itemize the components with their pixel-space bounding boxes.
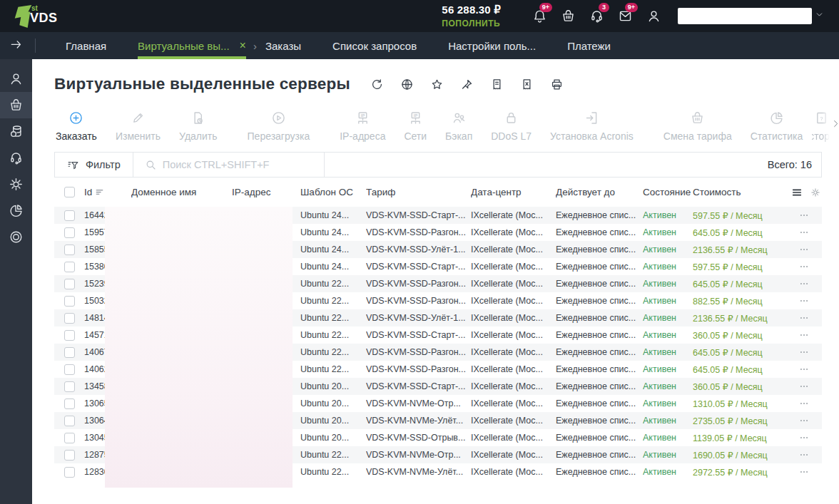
row-checkbox[interactable]: [64, 262, 75, 272]
row-menu-button[interactable]: [797, 347, 811, 357]
toolbar-order-button[interactable]: Заказать: [46, 110, 106, 142]
toolbar-button-label: Изменить: [116, 130, 161, 142]
search-input[interactable]: [163, 159, 312, 170]
toolbar-statistics-button[interactable]: Статистика: [741, 110, 813, 142]
toolbar-networks-button[interactable]: IPСети: [395, 110, 436, 142]
column-header-state[interactable]: Состояние: [643, 187, 693, 197]
support-button[interactable]: 3: [582, 6, 611, 27]
sidebar-item-statistics[interactable]: [0, 197, 32, 224]
row-checkbox[interactable]: [64, 364, 75, 375]
tab-requests[interactable]: Список запросов: [332, 32, 417, 59]
sidebar-item-settings[interactable]: [0, 171, 32, 197]
messages-button[interactable]: 9+: [611, 6, 639, 27]
row-checkbox[interactable]: [64, 245, 75, 255]
row-checkbox[interactable]: [64, 467, 75, 478]
row-menu-button[interactable]: [797, 296, 811, 306]
sidebar-item-support[interactable]: [0, 145, 32, 171]
username-redacted[interactable]: [678, 8, 812, 24]
table-menu-icon[interactable]: [791, 187, 803, 198]
excel-export-icon: [520, 78, 534, 91]
table-settings-icon[interactable]: [810, 187, 820, 197]
toolbar-ddos-l7-button[interactable]: DDoS L7: [482, 110, 541, 142]
cell-valid-until: Ежедневное спис...: [556, 416, 643, 426]
row-menu-button[interactable]: [797, 279, 811, 289]
row-checkbox[interactable]: [64, 313, 75, 324]
row-menu-button[interactable]: [797, 313, 811, 323]
row-menu-button[interactable]: [797, 245, 811, 254]
row-checkbox[interactable]: [64, 227, 75, 238]
row-menu-button[interactable]: [797, 433, 811, 443]
toolbar-backup-button[interactable]: Бэкап: [436, 110, 482, 142]
row-checkbox[interactable]: [64, 330, 75, 341]
firstvds-logo[interactable]: st VDS: [10, 1, 66, 31]
refresh-button[interactable]: [370, 78, 384, 91]
row-checkbox[interactable]: [64, 296, 75, 307]
row-menu-button[interactable]: [797, 450, 811, 460]
column-header-cost[interactable]: Стоимость: [693, 187, 785, 197]
gear-icon: [9, 177, 24, 192]
tab-home[interactable]: Главная: [66, 32, 106, 59]
tab-label: Главная: [66, 40, 106, 52]
column-header-ip[interactable]: IP-адрес: [232, 187, 300, 197]
row-menu-button[interactable]: [797, 210, 811, 220]
basket-icon: [561, 9, 576, 24]
row-menu-button[interactable]: [797, 398, 811, 408]
row-menu-button[interactable]: [797, 364, 811, 374]
sidebar-item-orders[interactable]: [0, 92, 32, 118]
tab-user-settings[interactable]: Настройки поль...: [448, 32, 536, 59]
toolbar-change-tariff-button[interactable]: Смена тарифа: [654, 110, 741, 142]
row-menu-button[interactable]: [797, 381, 811, 391]
table-header: IdДоменное имяIP-адресШаблон ОСТарифДата…: [54, 178, 822, 207]
tab-virtual-servers[interactable]: Виртуальные вы...×: [138, 32, 246, 59]
select-all-checkbox[interactable]: [64, 187, 75, 197]
filter-button[interactable]: Фильтр: [55, 159, 133, 171]
row-checkbox[interactable]: [64, 210, 75, 221]
tab-nav-arrow-button[interactable]: [9, 37, 26, 54]
sort-icon[interactable]: [95, 187, 104, 197]
row-checkbox[interactable]: [64, 347, 75, 358]
star-button[interactable]: [430, 78, 444, 91]
column-header-id[interactable]: Id: [84, 187, 131, 197]
toolbar-edit-button[interactable]: Изменить: [106, 110, 170, 142]
profile-button[interactable]: [639, 6, 668, 27]
row-checkbox[interactable]: [64, 433, 75, 443]
row-checkbox[interactable]: [64, 450, 75, 461]
globe-button[interactable]: [400, 78, 414, 91]
row-menu-button[interactable]: [797, 330, 811, 340]
account-menu-button[interactable]: [815, 9, 829, 24]
column-header-tariff[interactable]: Тариф: [366, 187, 471, 197]
row-checkbox[interactable]: [64, 381, 75, 392]
printer-button[interactable]: [550, 78, 564, 91]
row-menu-button[interactable]: [797, 467, 811, 477]
pin-button[interactable]: [460, 78, 474, 91]
row-checkbox[interactable]: [64, 398, 75, 409]
tab-close-icon[interactable]: ×: [240, 40, 246, 51]
row-menu-button[interactable]: [797, 262, 811, 272]
toolbar-history-button[interactable]: ?История: [812, 110, 830, 142]
toolbar-reboot-button[interactable]: Перезагрузка: [238, 110, 320, 142]
toolbar-install-acronis-button[interactable]: Установка Acronis: [541, 110, 643, 142]
cell-os-template: Ubuntu 22...: [300, 347, 366, 357]
top-up-link[interactable]: ПОПОЛНИТЬ: [442, 19, 500, 29]
tab-payments[interactable]: Платежи: [567, 32, 611, 59]
document-list-button[interactable]: [490, 78, 504, 91]
sidebar-item-finance[interactable]: [0, 118, 32, 145]
toolbar-delete-button[interactable]: Удалить: [170, 110, 226, 142]
column-header-until[interactable]: Действует до: [556, 187, 643, 197]
row-menu-button[interactable]: [797, 416, 811, 426]
toolbar-scroll-right-button[interactable]: [830, 118, 839, 134]
notifications-button[interactable]: 9+: [525, 6, 554, 27]
excel-export-button[interactable]: [520, 78, 534, 91]
row-checkbox[interactable]: [64, 279, 75, 289]
row-checkbox[interactable]: [64, 416, 75, 426]
sidebar-item-profile[interactable]: [0, 66, 32, 92]
column-header-dc[interactable]: Дата-центр: [471, 187, 556, 197]
column-header-domain[interactable]: Доменное имя: [131, 187, 232, 197]
row-menu-button[interactable]: [797, 227, 811, 237]
tab-orders[interactable]: Заказы: [265, 32, 301, 59]
cart-button[interactable]: [554, 6, 582, 27]
column-header-os[interactable]: Шаблон ОС: [300, 187, 366, 197]
toolbar-ip-addresses-button[interactable]: IPIP-адреса: [330, 110, 395, 142]
cell-cost: 645.05 ₽ / Месяц: [693, 279, 785, 289]
sidebar-item-services[interactable]: [0, 224, 32, 250]
